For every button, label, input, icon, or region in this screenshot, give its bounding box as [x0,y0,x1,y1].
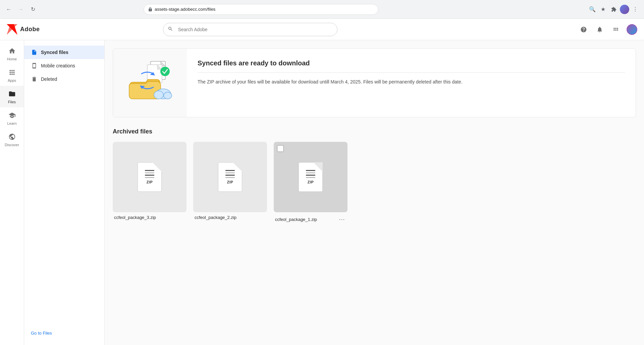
app-header: Adobe [0,19,644,40]
sidebar-apps-label: Apps [8,78,16,82]
file-name-text: ccfeol_package_3.zip [114,215,156,220]
banner-divider [198,72,625,73]
zip-line [225,170,235,171]
browser-chrome: ← → ↻ assets-stage.adobecc.com/files 🔍 ★… [0,0,644,19]
zip-line [225,177,235,178]
file-card[interactable]: ZIP ccfeol_package_1.zip⋯ [274,142,347,224]
zip-line [145,170,154,171]
zip-line [306,177,315,178]
synced-files-item[interactable]: Synced files [24,46,104,59]
apps-icon [7,68,17,77]
address-bar: assets-stage.adobecc.com/files [144,4,378,15]
browser-bookmark-button[interactable]: ★ [598,5,608,14]
zip-line [145,177,154,178]
secondary-sidebar: Synced files Mobile creations Deleted Go… [24,40,105,345]
address-bar-url: assets-stage.adobecc.com/files [155,7,215,12]
banner-description: The ZIP archive of your files will be av… [198,78,625,85]
svg-point-10 [164,92,172,99]
file-card-preview: ZIP [113,142,186,212]
sidebar-item-learn[interactable]: Learn [0,107,24,129]
adobe-logo-text: Adobe [20,26,40,33]
archived-files-section: Archived files ZIP ccfeol_package_3.zip … [113,128,636,224]
main-area: Synced files are ready to download The Z… [105,40,644,345]
browser-extension-button[interactable] [609,5,619,14]
zip-label-text: ZIP [147,180,153,184]
zip-line [225,172,235,173]
file-name-row: ccfeol_package_3.zip [113,215,186,220]
banner: Synced files are ready to download The Z… [113,48,636,117]
app-container: Adobe [0,19,644,345]
file-name-text: ccfeol_package_1.zip [275,217,317,222]
content-panel: Synced files Mobile creations Deleted Go… [24,40,644,345]
sidebar-home-label: Home [7,57,17,61]
svg-point-13 [160,67,170,76]
browser-reload-button[interactable]: ↻ [28,5,38,14]
header-actions [578,24,637,35]
sidebar-learn-label: Learn [7,121,16,125]
zip-lines [225,170,235,178]
file-name-row: ccfeol_package_1.zip⋯ [274,215,347,224]
zip-label-text: ZIP [227,180,233,184]
browser-forward-button[interactable]: → [16,5,25,14]
waffle-button[interactable] [610,24,621,35]
zip-line [306,170,315,171]
files-grid: ZIP ccfeol_package_3.zip ZIP ccfeol_pack… [113,142,636,224]
user-avatar[interactable] [627,24,637,35]
sidebar-item-files[interactable]: Files [0,86,24,107]
zip-icon: ZIP [299,162,323,192]
zip-icon: ZIP [138,162,162,192]
zip-icon: ZIP [218,162,242,192]
file-card[interactable]: ZIP ccfeol_package_3.zip [113,142,186,224]
mobile-creations-item[interactable]: Mobile creations [24,59,104,72]
files-icon [7,89,17,99]
adobe-logo-svg [7,24,17,35]
mobile-creations-label: Mobile creations [41,63,75,68]
sync-illustration [123,55,177,110]
zip-line [225,175,235,176]
banner-title: Synced files are ready to download [198,59,625,67]
file-card-preview: ZIP [274,142,347,212]
zip-lines [306,170,315,178]
home-icon [7,46,17,56]
zip-lines [145,170,154,178]
browser-menu-button[interactable]: ⋮ [631,5,640,14]
learn-icon [7,111,17,120]
notifications-button[interactable] [594,24,605,35]
sidebar-item-apps[interactable]: Apps [0,64,24,86]
search-icon [168,26,173,33]
file-more-button[interactable]: ⋯ [337,215,346,224]
synced-files-icon [31,49,38,56]
search-input[interactable] [163,23,337,36]
browser-avatar [620,5,629,14]
file-name-text: ccfeol_package_2.zip [195,215,236,220]
zip-line [306,175,315,176]
discover-icon [7,132,17,141]
synced-files-label: Synced files [41,50,68,55]
zip-line [145,172,154,173]
help-button[interactable] [578,24,589,35]
sidebar-item-discover[interactable]: Discover [0,129,24,150]
trash-icon [31,76,38,82]
browser-zoom-button[interactable]: 🔍 [588,5,597,14]
sidebar-item-home[interactable]: Home [0,43,24,64]
deleted-item[interactable]: Deleted [24,72,104,86]
zip-line [306,172,315,173]
main-content: Home Apps Files Learn [0,40,644,345]
file-card[interactable]: ZIP ccfeol_package_2.zip [193,142,267,224]
sidebar-discover-label: Discover [5,143,19,147]
banner-illustration [113,49,187,117]
mobile-creations-icon [31,62,38,69]
file-card-preview: ZIP [193,142,267,212]
browser-profile-button[interactable] [620,5,629,14]
search-bar [163,23,337,36]
lock-icon [148,7,153,12]
adobe-logo[interactable]: Adobe [7,24,40,35]
sidebar-files-label: Files [8,100,16,104]
section-title: Archived files [113,128,636,135]
zip-line [145,175,154,176]
deleted-label: Deleted [41,76,57,82]
zip-label-text: ZIP [308,180,314,184]
browser-back-button[interactable]: ← [4,5,13,14]
goto-files-link[interactable]: Go to Files [24,327,104,340]
file-checkbox[interactable] [277,145,284,152]
